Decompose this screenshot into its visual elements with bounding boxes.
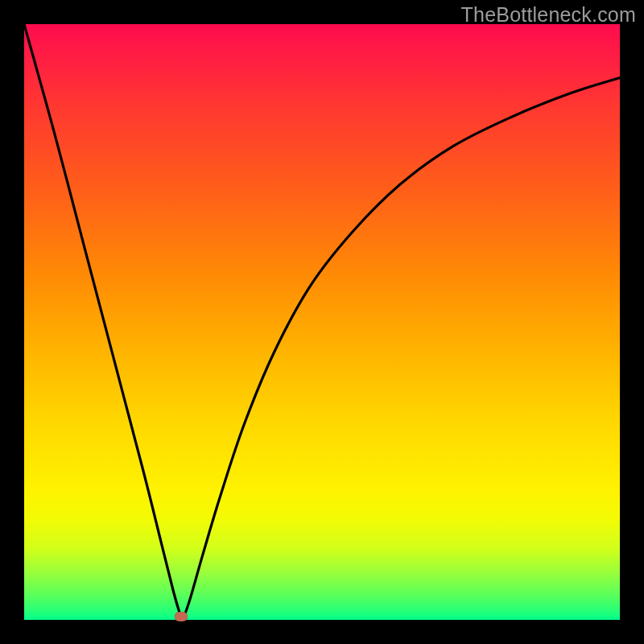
optimum-marker: [175, 612, 188, 621]
plot-area: [24, 24, 620, 620]
watermark-text: TheBottleneck.com: [461, 3, 636, 27]
chart-frame: TheBottleneck.com: [0, 0, 644, 644]
curve-svg: [24, 24, 620, 620]
bottleneck-curve: [24, 24, 620, 619]
